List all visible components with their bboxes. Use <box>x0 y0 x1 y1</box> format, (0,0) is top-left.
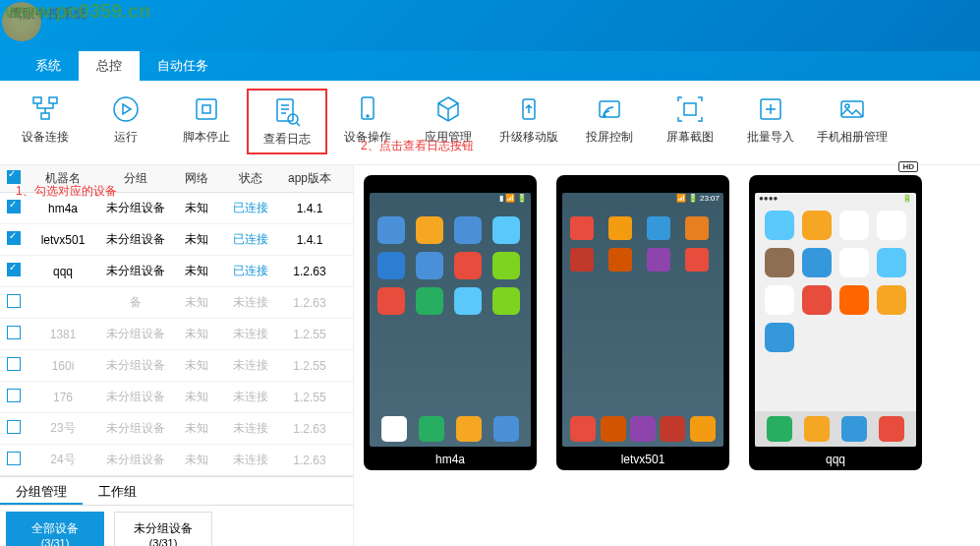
tool-log[interactable]: 查看日志 <box>247 89 327 154</box>
cell-name: 23号 <box>28 420 98 437</box>
cell-group: 未分组设备 <box>98 200 172 216</box>
app-icon <box>802 248 832 277</box>
dock-icon <box>419 416 444 442</box>
svg-point-9 <box>367 115 369 117</box>
cell-network: 未知 <box>172 263 221 279</box>
window: 鹰眼中控系统 www.pc0359.cn 系统总控自动任务 设备连接 运行 脚本… <box>0 0 980 546</box>
tool-play[interactable]: 运行 <box>86 89 166 154</box>
tool-connect[interactable]: 设备连接 <box>5 89 86 154</box>
tool-label: 查看日志 <box>263 131 311 148</box>
tool-album[interactable]: 手机相册管理 <box>811 89 894 154</box>
app-icon <box>416 252 443 279</box>
select-all-checkbox[interactable] <box>7 170 21 184</box>
cell-network: 未知 <box>172 452 221 468</box>
tab-2[interactable]: 自动任务 <box>140 51 226 81</box>
tool-cast[interactable]: 投屏控制 <box>569 89 650 154</box>
app-icon <box>416 216 443 244</box>
table-row[interactable]: 176 未分组设备 未知 未连接 1.2.55 <box>0 382 353 413</box>
dock-icon <box>381 416 407 442</box>
upgrade-icon <box>513 93 545 125</box>
cell-status: 已连接 <box>221 200 280 216</box>
cell-name: hm4a <box>28 202 98 215</box>
row-checkbox[interactable] <box>7 420 21 434</box>
table-row[interactable]: 24号 未分组设备 未知 未连接 1.2.63 <box>0 445 353 476</box>
row-checkbox[interactable] <box>7 357 21 371</box>
table-row[interactable]: 备 未知 未连接 1.2.63 <box>0 287 353 319</box>
tool-screenshot[interactable]: 屏幕截图 <box>650 89 730 154</box>
app-icon <box>377 216 405 244</box>
app-icon <box>877 248 906 277</box>
cell-version: 1.4.1 <box>280 202 339 215</box>
group-label: 全部设备 <box>31 520 79 537</box>
app-icon <box>765 248 794 277</box>
app-icon <box>802 323 832 352</box>
phone-label: hm4a <box>364 453 537 466</box>
connect-icon <box>29 93 61 125</box>
cell-network: 未知 <box>172 420 221 437</box>
cell-group: 未分组设备 <box>98 263 172 279</box>
phone-screen: ●●●●🔋 <box>755 193 916 447</box>
row-checkbox[interactable] <box>7 389 21 402</box>
cell-version: 1.2.55 <box>280 391 339 404</box>
header-version[interactable]: app版本 <box>280 170 339 187</box>
row-checkbox[interactable] <box>7 263 21 276</box>
table-row[interactable]: 23号 未分组设备 未知 未连接 1.2.63 <box>0 413 353 445</box>
cell-status: 未连接 <box>221 326 280 342</box>
title-bar: 鹰眼中控系统 www.pc0359.cn <box>0 0 980 51</box>
phone-label: letvx501 <box>556 453 729 466</box>
phone-preview-qqq[interactable]: HD ●●●●🔋 qqq <box>749 175 922 470</box>
app-icon <box>765 285 794 315</box>
table-row[interactable]: qqq 未分组设备 未知 已连接 1.2.63 <box>0 256 353 287</box>
app-icon <box>877 211 906 240</box>
group-buttons: 全部设备 (3/31) 未分组设备 (3/31) <box>0 506 353 546</box>
row-checkbox[interactable] <box>7 200 21 213</box>
cell-version: 1.2.63 <box>280 454 339 467</box>
app-icon <box>377 252 405 279</box>
row-checkbox[interactable] <box>7 231 21 245</box>
bottom-tab-1[interactable]: 工作组 <box>83 477 152 505</box>
table-row[interactable]: letvx501 未分组设备 未知 已连接 1.4.1 <box>0 224 353 256</box>
table-row[interactable]: 1381 未分组设备 未知 未连接 1.2.55 <box>0 319 353 350</box>
group-btn-0[interactable]: 全部设备 (3/31) <box>6 512 104 546</box>
table-row[interactable]: 160i 未分组设备 未知 未连接 1.2.55 <box>0 350 353 382</box>
app-icon <box>839 285 869 315</box>
app-icon <box>492 252 520 279</box>
status-bar: 📶 🔋 23:07 <box>562 193 723 207</box>
cell-version: 1.2.63 <box>280 296 339 310</box>
tab-1[interactable]: 总控 <box>79 51 140 81</box>
app-icon <box>685 248 709 272</box>
row-checkbox[interactable] <box>7 326 21 339</box>
app-icon <box>454 287 482 315</box>
annotation-2: 2、点击查看日志按钮 <box>361 138 474 154</box>
cell-name: 1381 <box>28 328 98 341</box>
tool-label: 投屏控制 <box>586 129 633 146</box>
log-icon <box>271 95 303 127</box>
dock-icon <box>601 416 626 442</box>
svg-point-3 <box>114 97 138 121</box>
bottom-tab-0[interactable]: 分组管理 <box>0 477 83 505</box>
group-btn-1[interactable]: 未分组设备 (3/31) <box>114 512 212 546</box>
header-network[interactable]: 网络 <box>172 170 221 187</box>
tool-import[interactable]: 批量导入 <box>730 89 811 154</box>
phone-preview-hm4a[interactable]: ▮ 📶 🔋 hm4a <box>364 175 537 470</box>
header-status[interactable]: 状态 <box>221 170 280 187</box>
cell-name: letvx501 <box>28 233 98 247</box>
cell-status: 已连接 <box>221 263 280 279</box>
cell-network: 未知 <box>172 231 221 248</box>
app-icon <box>877 323 906 352</box>
app-icon <box>765 211 794 240</box>
cell-name: 160i <box>28 359 98 373</box>
cell-group: 未分组设备 <box>98 420 172 437</box>
phone-preview-letvx501[interactable]: 📶 🔋 23:07 letvx501 <box>556 175 729 470</box>
tool-stop[interactable]: 脚本停止 <box>166 89 247 154</box>
svg-point-12 <box>604 115 605 117</box>
app-icon <box>432 93 464 125</box>
group-count: (3/31) <box>149 537 178 547</box>
tab-0[interactable]: 系统 <box>18 51 79 81</box>
cell-group: 备 <box>98 294 172 311</box>
dock-icon <box>767 416 792 442</box>
row-checkbox[interactable] <box>7 294 21 308</box>
row-checkbox[interactable] <box>7 452 21 465</box>
tool-upgrade[interactable]: 升级移动版 <box>489 89 569 154</box>
app-icon <box>765 323 794 352</box>
